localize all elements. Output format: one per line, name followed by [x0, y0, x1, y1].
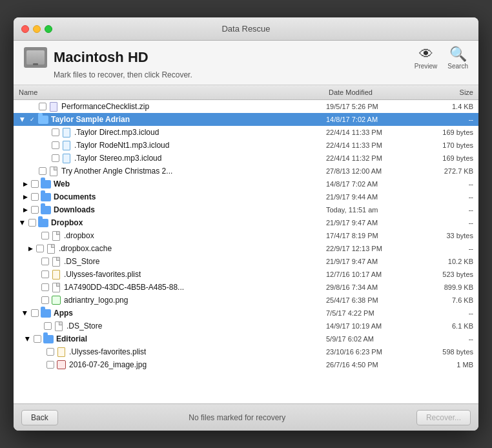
file-checkbox[interactable]	[52, 141, 59, 149]
file-date: 22/4/14 11:32 PM	[323, 154, 427, 163]
file-checkbox[interactable]	[31, 180, 39, 188]
file-type-icon	[61, 140, 72, 150]
close-button[interactable]	[21, 25, 29, 33]
minimize-button[interactable]	[33, 25, 41, 33]
file-checkbox[interactable]	[52, 154, 59, 162]
preview-button[interactable]: 👁 Preview	[415, 47, 438, 70]
file-name-cell: ▶Downloads	[14, 204, 323, 216]
file-checkbox[interactable]	[39, 103, 46, 110]
file-date: 27/8/13 12:00 AM	[323, 167, 427, 176]
table-row[interactable]: .Ulysses-favorites.plist23/10/16 6:23 PM…	[14, 345, 478, 358]
disclosure-triangle[interactable]: ▶	[26, 245, 34, 252]
file-size: 169 bytes	[427, 128, 478, 137]
table-row[interactable]: ▶Documents21/9/17 9:44 AM--	[14, 190, 478, 203]
table-row[interactable]: ▶DownloadsToday, 11:51 am--	[14, 203, 478, 216]
file-type-icon	[51, 269, 61, 280]
file-name-cell: .Taylor RodeNt1.mp3.icloud	[14, 139, 323, 151]
maximize-button[interactable]	[45, 25, 52, 33]
disclosure-triangle[interactable]: ▶	[19, 219, 26, 227]
file-checkbox[interactable]	[31, 193, 39, 201]
file-type-icon	[51, 230, 61, 241]
table-row[interactable]: ▶Editorial5/9/17 6:02 AM--	[14, 332, 478, 345]
file-date: 29/8/16 7:34 AM	[323, 283, 427, 292]
disclosure-triangle[interactable]: ▶	[21, 309, 29, 317]
file-date: 17/4/17 8:19 PM	[323, 231, 427, 240]
file-checkbox[interactable]	[39, 167, 46, 175]
disclosure-triangle	[29, 167, 37, 175]
filename-text: .Taylor RodeNt1.mp3.icloud	[74, 141, 169, 150]
file-type-icon	[41, 308, 51, 318]
file-checkbox[interactable]	[46, 361, 54, 369]
file-checkbox[interactable]	[41, 258, 49, 265]
disclosure-triangle[interactable]: ▶	[19, 116, 26, 123]
disclosure-triangle[interactable]: ▶	[21, 193, 29, 201]
filename-text: Downloads	[54, 205, 95, 214]
table-row[interactable]: 1A7490DD-43DC-4B5B-A485-88...29/8/16 7:3…	[14, 281, 478, 294]
file-size: 598 bytes	[427, 347, 478, 356]
file-size: --	[427, 192, 478, 201]
file-type-icon	[56, 360, 67, 370]
table-row[interactable]: ▶.dropbox.cache22/9/17 12:13 PM--	[14, 242, 478, 255]
recover-button[interactable]: Recover...	[416, 410, 471, 425]
table-row[interactable]: Try Another Angle Christmas 2...27/8/13 …	[14, 165, 478, 178]
col-header-name[interactable]: Name	[14, 87, 323, 97]
file-checkbox[interactable]	[31, 309, 39, 317]
disclosure-triangle[interactable]: ▶	[21, 206, 29, 214]
header: Macintosh HD Mark files to recover, then…	[14, 41, 478, 85]
file-checkbox[interactable]	[41, 296, 49, 304]
file-name-cell: ▶Documents	[14, 191, 323, 203]
file-list[interactable]: PerformanceChecklist.zip19/5/17 5:26 PM1…	[14, 100, 478, 403]
file-checkbox[interactable]	[46, 348, 54, 356]
file-checkbox[interactable]	[31, 206, 39, 214]
drive-name: Macintosh HD	[54, 49, 149, 66]
filename-text: Documents	[54, 192, 96, 201]
table-row[interactable]: .Ulysses-favorites.plist12/7/16 10:17 AM…	[14, 268, 478, 281]
filename-text: .Taylor Direct.mp3.icloud	[74, 128, 159, 137]
filename-text: .Ulysses-favorites.plist	[64, 270, 141, 279]
file-checkbox[interactable]: ✓	[28, 116, 36, 123]
search-button[interactable]: 🔍 Search	[447, 47, 468, 70]
file-checkbox[interactable]	[41, 283, 49, 291]
table-row[interactable]: ▶Web14/8/17 7:02 AM--	[14, 178, 478, 190]
file-type-icon	[41, 192, 51, 202]
disclosure-triangle[interactable]: ▶	[21, 180, 29, 188]
table-row[interactable]: .Taylor Stereo.mp3.icloud22/4/14 11:32 P…	[14, 152, 478, 165]
disclosure-triangle	[32, 232, 39, 239]
file-checkbox[interactable]	[44, 322, 52, 330]
filename-text: Try Another Angle Christmas 2...	[61, 167, 172, 176]
file-checkbox[interactable]	[28, 219, 36, 227]
table-row[interactable]: ▶✓Taylor Sample Adrian14/8/17 7:02 AM--	[14, 113, 478, 126]
file-date: 14/8/17 7:02 AM	[323, 115, 427, 124]
disclosure-triangle	[42, 128, 50, 136]
file-checkbox[interactable]	[34, 335, 41, 343]
table-row[interactable]: .DS_Store14/9/17 10:19 AM6.1 KB	[14, 320, 478, 332]
disclosure-triangle	[29, 103, 37, 110]
file-date: 14/8/17 7:02 AM	[323, 179, 427, 188]
table-row[interactable]: ▶Dropbox21/9/17 9:47 AM--	[14, 216, 478, 229]
table-row[interactable]: ▶Apps7/5/17 4:22 PM--	[14, 307, 478, 320]
file-size: 10.2 KB	[427, 257, 478, 266]
file-type-icon	[41, 179, 51, 189]
disclosure-triangle[interactable]: ▶	[24, 335, 32, 343]
table-row[interactable]: .Taylor Direct.mp3.icloud22/4/14 11:33 P…	[14, 126, 478, 139]
table-row[interactable]: 2016-07-26_image.jpg26/7/16 4:50 PM1 MB	[14, 358, 478, 371]
file-checkbox[interactable]	[41, 232, 49, 239]
col-header-date[interactable]: Date Modified	[323, 87, 427, 97]
col-header-size[interactable]: Size	[427, 87, 478, 97]
file-checkbox[interactable]	[36, 245, 44, 252]
file-checkbox[interactable]	[41, 270, 49, 278]
table-row[interactable]: adriantry_logo.png25/4/17 6:38 PM7.6 KB	[14, 294, 478, 307]
back-button[interactable]: Back	[21, 410, 58, 425]
file-size: 1.4 KB	[427, 102, 478, 111]
filename-text: Dropbox	[51, 218, 83, 227]
filename-text: .Ulysses-favorites.plist	[69, 347, 146, 356]
header-left: Macintosh HD Mark files to recover, then…	[24, 47, 192, 79]
file-date: 22/4/14 11:33 PM	[323, 141, 427, 150]
filename-text: Web	[54, 179, 70, 188]
file-name-cell: 1A7490DD-43DC-4B5B-A485-88...	[14, 281, 323, 293]
table-row[interactable]: .dropbox17/4/17 8:19 PM33 bytes	[14, 229, 478, 242]
table-row[interactable]: PerformanceChecklist.zip19/5/17 5:26 PM1…	[14, 100, 478, 113]
table-row[interactable]: .Taylor RodeNt1.mp3.icloud22/4/14 11:33 …	[14, 139, 478, 152]
file-checkbox[interactable]	[52, 128, 59, 136]
table-row[interactable]: .DS_Store21/9/17 9:47 AM10.2 KB	[14, 255, 478, 268]
